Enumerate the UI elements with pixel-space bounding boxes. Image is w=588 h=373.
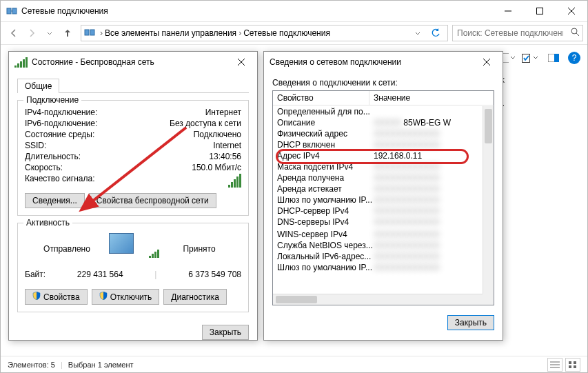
tab-general[interactable]: Общие bbox=[17, 79, 59, 93]
window-title: Сетевые подключения bbox=[21, 6, 492, 16]
list-item[interactable]: DHCP включенXXXXXXXXXXXX bbox=[273, 139, 483, 150]
media-label: Состояние среды: bbox=[25, 130, 94, 139]
connection-group: Подключение IPv4-подключение:Интернет IP… bbox=[17, 100, 249, 216]
shield-icon bbox=[32, 292, 41, 302]
list-header: Свойство Значение bbox=[273, 91, 494, 105]
list-item[interactable]: DNS-серверы IPv4XXXXXXXXXXXX bbox=[273, 216, 483, 228]
chevron-right-icon: › bbox=[239, 28, 241, 38]
forward-button[interactable] bbox=[23, 24, 41, 42]
status-selected: Выбран 1 элемент bbox=[68, 361, 134, 369]
svg-rect-8 bbox=[90, 30, 94, 35]
vertical-scrollbar[interactable] bbox=[483, 106, 494, 294]
list-item[interactable]: Физический адресXXXXXXXXXXXX bbox=[273, 128, 483, 139]
svg-rect-4 bbox=[537, 8, 543, 14]
ipv6-label: IPv6-подключение: bbox=[25, 119, 97, 128]
address-icon bbox=[84, 27, 95, 40]
view-controls: ? bbox=[498, 50, 580, 65]
duration-value: 13:40:56 bbox=[209, 152, 241, 161]
signal-label: Качество сигнала: bbox=[25, 174, 94, 188]
list-item[interactable]: Локальный IPv6-адрес...XXXXXXXXXXXX bbox=[273, 251, 483, 262]
breadcrumb-segment[interactable]: ›Все элементы панели управления bbox=[98, 28, 236, 38]
ssid-label: SSID: bbox=[25, 141, 46, 150]
dialog-title: Состояние - Беспроводная сеть bbox=[32, 57, 231, 67]
titlebar: Сетевые подключения bbox=[1, 1, 587, 21]
status-count: Элементов: 5 bbox=[8, 361, 55, 369]
details-list[interactable]: Свойство Значение Определенный для по...… bbox=[272, 90, 494, 305]
svg-rect-0 bbox=[7, 8, 11, 14]
refresh-button[interactable] bbox=[427, 24, 445, 42]
properties-button[interactable]: Свойства bbox=[25, 289, 88, 305]
ssid-value: Internet bbox=[213, 141, 241, 150]
bytes-label: Байт: bbox=[25, 270, 45, 279]
speed-value: 150.0 Мбит/с bbox=[192, 163, 241, 172]
wifi-status-dialog: Состояние - Беспроводная сеть Общие Подк… bbox=[8, 51, 258, 341]
window-icon bbox=[6, 6, 17, 17]
up-button[interactable] bbox=[59, 24, 77, 42]
list-item[interactable]: Шлюз по умолчанию IP...XXXXXXXXXXXX bbox=[273, 194, 483, 205]
disable-button[interactable]: Отключить bbox=[92, 289, 160, 305]
activity-icon bbox=[109, 233, 157, 264]
network-details-dialog: Сведения о сетевом подключении Сведения … bbox=[263, 51, 503, 341]
list-item[interactable]: ОписаниеXXXXX 85WB-EG W bbox=[273, 117, 483, 128]
address-dropdown[interactable] bbox=[409, 24, 427, 42]
list-item[interactable]: Шлюз по умолчанию IP...XXXXXXXXXXXX bbox=[273, 262, 483, 273]
address-bar[interactable]: ›Все элементы панели управления ›Сетевые… bbox=[81, 25, 448, 41]
list-item[interactable]: Аренда полученаXXXXXXXXXXXX bbox=[273, 172, 483, 183]
search-icon[interactable] bbox=[567, 28, 582, 39]
group-title: Подключение bbox=[23, 95, 81, 105]
column-value[interactable]: Значение bbox=[369, 91, 494, 105]
bytes-sent: 229 431 564 bbox=[77, 270, 123, 279]
close-button[interactable]: Закрыть bbox=[202, 325, 249, 340]
list-item[interactable]: WINS-сервер IPv4XXXXXXXXXXXX bbox=[273, 229, 483, 240]
wireless-properties-button[interactable]: Свойства беспроводной сети bbox=[89, 193, 216, 208]
toolbar: ›Все элементы панели управления ›Сетевые… bbox=[1, 21, 587, 45]
signal-bars-icon bbox=[228, 174, 241, 188]
ipv6-value: Без доступа к сети bbox=[170, 119, 241, 128]
list-item[interactable]: Аренда истекаетXXXXXXXXXXXX bbox=[273, 183, 483, 194]
details-button[interactable]: Сведения... bbox=[25, 193, 85, 208]
svg-rect-20 bbox=[569, 365, 571, 368]
svg-rect-21 bbox=[574, 365, 576, 368]
search-box[interactable] bbox=[452, 25, 583, 41]
back-button[interactable] bbox=[5, 24, 23, 42]
column-property[interactable]: Свойство bbox=[273, 91, 369, 105]
list-item[interactable]: Маска подсети IPv4XXXXXXXXXXXX bbox=[273, 161, 483, 172]
svg-point-9 bbox=[571, 28, 577, 34]
dialog-close-button[interactable] bbox=[231, 53, 252, 71]
help-icon[interactable]: ? bbox=[568, 52, 580, 64]
media-value: Подключено bbox=[194, 130, 241, 139]
group-title: Активность bbox=[23, 218, 72, 228]
dialog-close-button[interactable] bbox=[476, 53, 497, 71]
received-label: Принято bbox=[157, 244, 241, 254]
shield-icon bbox=[99, 292, 108, 302]
close-button[interactable] bbox=[556, 1, 587, 21]
close-button[interactable]: Закрыть bbox=[447, 315, 494, 330]
activity-group: Активность Отправлено Принято Байт: 229 … bbox=[17, 223, 249, 312]
horizontal-scrollbar[interactable] bbox=[273, 294, 483, 305]
details-view-button[interactable] bbox=[547, 358, 562, 372]
duration-label: Длительность: bbox=[25, 152, 81, 161]
list-item[interactable]: Адрес IPv4192.168.0.11 bbox=[273, 150, 483, 161]
svg-rect-14 bbox=[554, 54, 559, 62]
maximize-button[interactable] bbox=[524, 1, 556, 21]
sent-label: Отправлено bbox=[25, 244, 109, 254]
icons-view-button[interactable] bbox=[565, 358, 580, 372]
dialog-titlebar: Сведения о сетевом подключении bbox=[264, 52, 503, 72]
minimize-button[interactable] bbox=[492, 1, 524, 21]
preview-pane-button[interactable] bbox=[521, 50, 539, 65]
list-item[interactable]: DHCP-сервер IPv4XXXXXXXXXXXX bbox=[273, 205, 483, 216]
ipv4-value: Интернет bbox=[205, 108, 241, 117]
signal-icon bbox=[14, 57, 28, 68]
breadcrumb-segment[interactable]: ›Сетевые подключения bbox=[236, 28, 330, 38]
status-bar: Элементов: 5 | Выбран 1 элемент bbox=[1, 356, 587, 372]
svg-rect-19 bbox=[574, 361, 576, 364]
list-item[interactable]: Определенный для по... bbox=[273, 106, 483, 117]
search-input[interactable] bbox=[453, 28, 567, 38]
details-pane-button[interactable] bbox=[545, 50, 562, 65]
diagnose-button[interactable]: Диагностика bbox=[163, 289, 227, 305]
checkbox-icon bbox=[522, 54, 530, 63]
tab-strip: Общие bbox=[17, 78, 249, 93]
recent-dropdown[interactable] bbox=[41, 24, 59, 42]
dialog-title: Сведения о сетевом подключении bbox=[270, 57, 476, 67]
list-item[interactable]: Служба NetBIOS через...XXXXXXXXXXXX bbox=[273, 240, 483, 251]
